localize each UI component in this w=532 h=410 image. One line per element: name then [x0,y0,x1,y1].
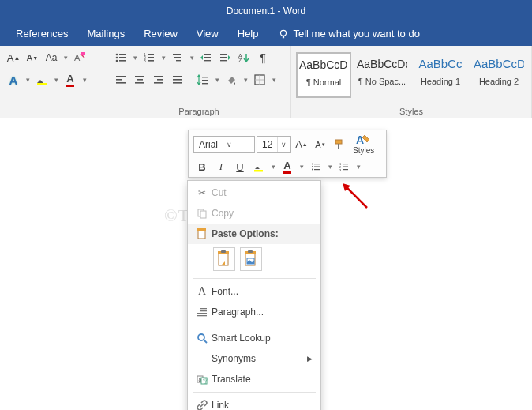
svg-rect-34 [135,82,144,84]
svg-rect-47 [335,140,342,144]
chevron-down-icon[interactable]: ▾ [242,76,249,84]
svg-rect-31 [116,82,126,84]
bullets-button[interactable] [112,49,129,66]
align-center-button[interactable] [131,71,148,88]
svg-rect-18 [173,54,181,55]
svg-point-10 [116,60,118,62]
align-left-button[interactable] [112,71,129,88]
show-marks-button[interactable]: ¶ [254,49,272,66]
chevron-down-icon[interactable]: ▾ [62,54,69,62]
highlight-button[interactable] [33,71,51,88]
format-painter-button[interactable] [331,136,348,153]
chevron-down-icon[interactable]: ▾ [354,163,362,171]
ctx-synonyms[interactable]: Synonyms ▶ [188,348,320,369]
chevron-down-icon[interactable]: ▾ [213,76,221,84]
numbering-button[interactable]: 123 [335,158,353,175]
paste-keep-source-button[interactable] [213,247,235,271]
font-size-combo[interactable]: 12 ∨ [257,136,291,153]
justify-button[interactable] [169,71,186,88]
shading-button[interactable] [223,71,240,88]
sort-button[interactable]: AZ [235,49,253,66]
style-sample: AaBbCcD [474,56,524,77]
tell-me-label: Tell me what you want to do [294,22,420,46]
tab-help[interactable]: Help [228,22,268,46]
svg-rect-41 [202,77,208,77]
grow-font-button[interactable]: A▲ [293,136,310,153]
font-color-button[interactable]: A [62,71,79,88]
text-effects-button[interactable]: A [5,71,22,88]
ctx-cut-label: Cut [212,187,227,198]
chevron-down-icon[interactable]: ▾ [131,54,139,62]
tab-review[interactable]: Review [134,22,187,46]
style-tile-heading1[interactable]: AaBbCc Heading 1 [413,52,468,98]
svg-rect-20 [176,60,181,61]
paste-picture-button[interactable] [240,247,262,271]
chevron-down-icon[interactable]: ∨ [277,137,290,152]
style-name: Heading 1 [415,77,466,86]
svg-rect-29 [116,76,126,77]
decrease-indent-button[interactable] [197,49,215,66]
line-spacing-button[interactable] [194,71,212,88]
ctx-paragraph[interactable]: Paragraph... [188,302,320,322]
ctx-link[interactable]: Link [188,395,320,410]
multilevel-list-button[interactable] [169,49,186,66]
styles-icon: A [356,134,372,146]
svg-rect-43 [202,83,208,84]
chevron-down-icon[interactable]: ▾ [52,76,60,84]
font-group-label [5,107,102,116]
svg-rect-26 [220,60,227,61]
tab-view[interactable]: View [187,22,228,46]
svg-rect-54 [314,167,320,167]
svg-text:字: 字 [203,378,208,384]
chevron-down-icon[interactable]: ▾ [159,54,167,62]
bullets-button[interactable] [307,158,324,175]
chevron-down-icon[interactable]: ▾ [269,163,277,171]
increase-indent-button[interactable] [216,49,234,66]
highlight-button[interactable] [250,158,268,175]
styles-button[interactable]: A Styles [353,134,374,155]
svg-rect-22 [204,57,211,58]
chevron-down-icon[interactable]: ▾ [326,163,334,171]
grow-font-button[interactable]: A▲ [5,49,22,66]
shrink-font-button[interactable]: A▼ [24,49,41,66]
chevron-down-icon[interactable]: ▾ [81,76,88,84]
tell-me-search[interactable]: Tell me what you want to do [268,22,429,46]
bold-button[interactable]: B [193,158,211,175]
style-tile-heading2[interactable]: AaBbCcD Heading 2 [471,52,526,98]
tab-mailings[interactable]: Mailings [77,22,134,46]
ctx-font-label: Font... [212,286,238,297]
chevron-down-icon[interactable]: ▾ [298,163,305,171]
ctx-translate[interactable]: a字 Translate [188,369,320,389]
ctx-smart-lookup[interactable]: Smart Lookup [188,328,320,348]
ctx-copy-label: Copy [212,208,234,219]
style-tile-nospacing[interactable]: AaBbCcDd ¶ No Spac... [354,52,410,98]
numbering-button[interactable]: 123 [140,49,158,66]
align-right-button[interactable] [150,71,167,88]
ctx-paragraph-label: Paragraph... [212,307,264,318]
change-case-button[interactable]: Aa [43,49,60,66]
svg-text:Z: Z [238,58,242,63]
title-bar: Document1 - Word [0,0,532,22]
tab-references[interactable]: References [6,22,77,46]
font-size-value: 12 [257,139,277,150]
borders-button[interactable] [251,71,268,88]
clipboard-icon [193,228,212,240]
svg-point-53 [312,166,313,167]
shrink-font-button[interactable]: A▼ [312,136,329,153]
chevron-down-icon[interactable]: ▾ [24,76,32,84]
font-family-combo[interactable]: Arial ∨ [193,136,255,153]
link-icon [193,400,212,410]
ctx-font[interactable]: A Font... [188,281,320,302]
clear-formatting-button[interactable]: A [71,49,88,66]
style-sample: AaBbCcDd [357,56,407,77]
chevron-down-icon[interactable]: ▾ [188,54,196,62]
style-tile-normal[interactable]: AaBbCcDd ¶ Normal [296,52,351,98]
chevron-down-icon[interactable]: ∨ [223,137,235,152]
underline-button[interactable]: U [231,158,249,175]
font-color-button[interactable]: A [279,158,296,175]
svg-rect-36 [157,79,163,81]
svg-rect-25 [220,57,227,58]
annotation-arrow-icon [339,180,371,212]
italic-button[interactable]: I [212,158,230,175]
chevron-down-icon[interactable]: ▾ [270,76,278,84]
